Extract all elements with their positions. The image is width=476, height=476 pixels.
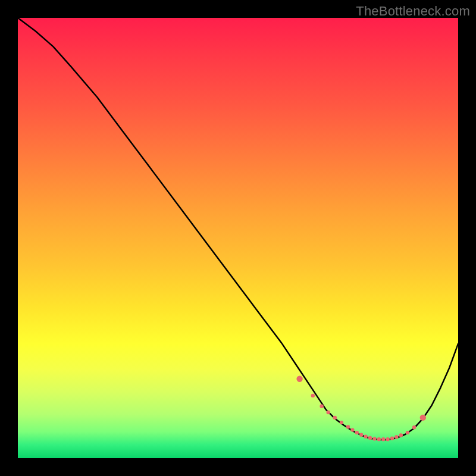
curve-marker <box>381 437 385 441</box>
watermark-text: TheBottleneck.com <box>356 4 470 19</box>
bottleneck-curve <box>18 18 458 440</box>
curve-marker <box>412 425 416 429</box>
curve-marker <box>399 433 403 437</box>
curve-marker <box>372 437 376 440</box>
curve-marker <box>359 433 363 437</box>
plot-area <box>18 18 458 458</box>
chart-frame: TheBottleneck.com <box>0 0 476 476</box>
curve-marker <box>394 435 398 439</box>
curve-marker <box>333 416 337 419</box>
curve-marker <box>327 411 330 414</box>
curve-marker <box>346 425 350 428</box>
curve-marker <box>350 428 354 431</box>
curve-marker <box>320 405 323 408</box>
curve-marker <box>355 431 359 434</box>
curve-layer <box>18 18 458 458</box>
curve-marker <box>340 421 343 424</box>
curve-marker <box>420 415 426 421</box>
curve-marker <box>377 437 381 441</box>
curve-marker <box>296 376 302 382</box>
curve-marker <box>390 437 394 440</box>
curve-marker <box>386 437 389 441</box>
curve-marker <box>364 435 367 439</box>
curve-marker <box>311 394 315 397</box>
curve-marker <box>406 431 409 434</box>
curve-marker <box>368 436 372 440</box>
curve-markers <box>296 376 426 441</box>
